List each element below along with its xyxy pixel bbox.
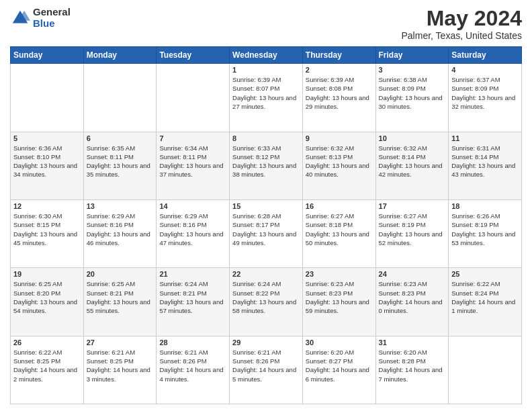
logo-blue-text: Blue [33,18,71,30]
calendar-cell: 3Sunrise: 6:38 AMSunset: 8:09 PMDaylight… [375,64,449,132]
day-info: Sunrise: 6:30 AMSunset: 8:15 PMDaylight:… [13,212,81,247]
calendar-cell: 9Sunrise: 6:32 AMSunset: 8:13 PMDaylight… [302,132,375,199]
page: General Blue May 2024 Palmer, Texas, Uni… [0,0,532,411]
calendar-cell: 17Sunrise: 6:27 AMSunset: 8:19 PMDayligh… [375,199,449,267]
day-number: 13 [87,202,154,210]
calendar-cell: 21Sunrise: 6:24 AMSunset: 8:21 PMDayligh… [157,268,230,336]
day-info: Sunrise: 6:26 AMSunset: 8:19 PMDaylight:… [451,212,519,247]
day-info: Sunrise: 6:31 AMSunset: 8:14 PMDaylight:… [451,144,519,179]
calendar-cell: 30Sunrise: 6:20 AMSunset: 8:27 PMDayligh… [302,336,375,404]
calendar-cell: 29Sunrise: 6:21 AMSunset: 8:26 PMDayligh… [230,336,303,404]
calendar-cell: 26Sunrise: 6:22 AMSunset: 8:25 PMDayligh… [11,336,84,404]
calendar-cell [11,64,84,132]
calendar-cell: 27Sunrise: 6:21 AMSunset: 8:25 PMDayligh… [83,336,157,404]
day-number: 12 [13,202,81,210]
day-info: Sunrise: 6:29 AMSunset: 8:16 PMDaylight:… [87,212,154,247]
day-info: Sunrise: 6:39 AMSunset: 8:07 PMDaylight:… [232,75,300,111]
day-number: 18 [451,202,519,210]
calendar-cell: 13Sunrise: 6:29 AMSunset: 8:16 PMDayligh… [83,199,157,267]
calendar-cell: 18Sunrise: 6:26 AMSunset: 8:19 PMDayligh… [449,199,522,267]
calendar-table: SundayMondayTuesdayWednesdayThursdayFrid… [10,46,522,404]
calendar-cell: 11Sunrise: 6:31 AMSunset: 8:14 PMDayligh… [449,132,522,199]
calendar-cell: 28Sunrise: 6:21 AMSunset: 8:26 PMDayligh… [157,336,230,404]
calendar-cell: 2Sunrise: 6:39 AMSunset: 8:08 PMDaylight… [302,64,375,132]
day-number: 17 [379,202,446,210]
day-number: 7 [159,134,226,142]
day-number: 4 [451,66,519,74]
logo: General Blue [10,7,71,29]
day-info: Sunrise: 6:32 AMSunset: 8:13 PMDaylight:… [306,144,373,179]
day-number: 28 [159,338,226,347]
calendar-cell: 7Sunrise: 6:34 AMSunset: 8:11 PMDaylight… [157,132,230,199]
day-number: 15 [232,202,300,210]
day-number: 1 [232,66,300,74]
day-number: 14 [159,202,226,210]
calendar-header-monday: Monday [83,47,157,64]
calendar-cell: 4Sunrise: 6:37 AMSunset: 8:09 PMDaylight… [449,64,522,132]
calendar-cell: 8Sunrise: 6:33 AMSunset: 8:12 PMDaylight… [230,132,303,199]
day-number: 24 [379,270,446,278]
day-number: 23 [306,270,373,278]
day-number: 8 [232,134,300,142]
calendar-header-row: SundayMondayTuesdayWednesdayThursdayFrid… [11,47,522,64]
calendar-cell [449,336,522,404]
day-number: 16 [306,202,373,210]
calendar-header-friday: Friday [375,47,449,64]
calendar-cell: 22Sunrise: 6:24 AMSunset: 8:22 PMDayligh… [230,268,303,336]
calendar-cell: 25Sunrise: 6:22 AMSunset: 8:24 PMDayligh… [449,268,522,336]
day-number: 26 [13,338,81,347]
day-number: 30 [306,338,373,347]
title-block: May 2024 Palmer, Texas, United States [402,7,523,41]
day-info: Sunrise: 6:21 AMSunset: 8:25 PMDaylight:… [87,348,154,383]
day-info: Sunrise: 6:33 AMSunset: 8:12 PMDaylight:… [232,144,300,179]
calendar-week-1: 1Sunrise: 6:39 AMSunset: 8:07 PMDaylight… [11,64,522,132]
day-number: 11 [451,134,519,142]
header: General Blue May 2024 Palmer, Texas, Uni… [10,7,522,41]
day-number: 25 [451,270,519,278]
calendar-week-2: 5Sunrise: 6:36 AMSunset: 8:10 PMDaylight… [11,132,522,199]
calendar-cell: 16Sunrise: 6:27 AMSunset: 8:18 PMDayligh… [302,199,375,267]
day-info: Sunrise: 6:29 AMSunset: 8:16 PMDaylight:… [159,212,226,247]
day-number: 22 [232,270,300,278]
calendar-cell: 1Sunrise: 6:39 AMSunset: 8:07 PMDaylight… [230,64,303,132]
day-info: Sunrise: 6:25 AMSunset: 8:20 PMDaylight:… [13,279,81,315]
day-info: Sunrise: 6:36 AMSunset: 8:10 PMDaylight:… [13,144,81,179]
main-title: May 2024 [402,7,523,30]
calendar-cell: 6Sunrise: 6:35 AMSunset: 8:11 PMDaylight… [83,132,157,199]
day-info: Sunrise: 6:35 AMSunset: 8:11 PMDaylight:… [87,144,154,179]
day-number: 21 [159,270,226,278]
calendar-header-sunday: Sunday [11,47,84,64]
calendar-header-tuesday: Tuesday [157,47,230,64]
calendar-cell [83,64,157,132]
day-number: 31 [379,338,446,347]
calendar-cell: 20Sunrise: 6:25 AMSunset: 8:21 PMDayligh… [83,268,157,336]
day-info: Sunrise: 6:28 AMSunset: 8:17 PMDaylight:… [232,212,300,247]
calendar-cell: 19Sunrise: 6:25 AMSunset: 8:20 PMDayligh… [11,268,84,336]
logo-general-text: General [33,7,71,18]
calendar-cell: 24Sunrise: 6:23 AMSunset: 8:23 PMDayligh… [375,268,449,336]
day-info: Sunrise: 6:34 AMSunset: 8:11 PMDaylight:… [159,144,226,179]
day-info: Sunrise: 6:24 AMSunset: 8:21 PMDaylight:… [159,279,226,315]
day-info: Sunrise: 6:20 AMSunset: 8:28 PMDaylight:… [379,348,446,383]
day-info: Sunrise: 6:24 AMSunset: 8:22 PMDaylight:… [232,279,300,315]
day-number: 3 [379,66,446,74]
day-info: Sunrise: 6:25 AMSunset: 8:21 PMDaylight:… [87,279,154,315]
day-info: Sunrise: 6:27 AMSunset: 8:19 PMDaylight:… [379,212,446,247]
calendar-header-thursday: Thursday [302,47,375,64]
calendar-cell: 5Sunrise: 6:36 AMSunset: 8:10 PMDaylight… [11,132,84,199]
day-number: 6 [87,134,154,142]
day-info: Sunrise: 6:38 AMSunset: 8:09 PMDaylight:… [379,75,446,111]
day-number: 19 [13,270,81,278]
calendar-header-wednesday: Wednesday [230,47,303,64]
day-info: Sunrise: 6:23 AMSunset: 8:23 PMDaylight:… [306,279,373,315]
day-info: Sunrise: 6:27 AMSunset: 8:18 PMDaylight:… [306,212,373,247]
calendar-cell: 14Sunrise: 6:29 AMSunset: 8:16 PMDayligh… [157,199,230,267]
day-number: 9 [306,134,373,142]
day-info: Sunrise: 6:22 AMSunset: 8:24 PMDaylight:… [451,279,519,315]
calendar-week-4: 19Sunrise: 6:25 AMSunset: 8:20 PMDayligh… [11,268,522,336]
day-number: 10 [379,134,446,142]
day-number: 20 [87,270,154,278]
day-info: Sunrise: 6:20 AMSunset: 8:27 PMDaylight:… [306,348,373,383]
calendar-header-saturday: Saturday [449,47,522,64]
day-info: Sunrise: 6:21 AMSunset: 8:26 PMDaylight:… [159,348,226,383]
